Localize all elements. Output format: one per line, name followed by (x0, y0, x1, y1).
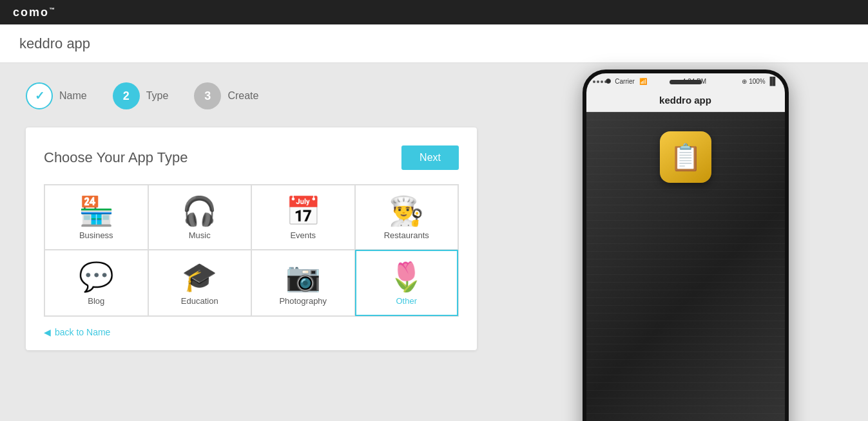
left-panel: ✓ Name 2 Type 3 Create Choose Your App T… (0, 63, 503, 421)
photography-icon: 📷 (285, 263, 321, 291)
step-create-circle: 3 (194, 82, 221, 109)
stepper: ✓ Name 2 Type 3 Create (26, 82, 477, 109)
music-label: Music (189, 230, 211, 240)
music-icon: 🎧 (182, 197, 217, 225)
back-to-name-link[interactable]: ◀ back to Name (44, 327, 459, 337)
step-type-circle: 2 (113, 82, 140, 109)
phone-screen: 📋 lets start building (586, 112, 785, 421)
app-type-events[interactable]: 📅 Events (251, 185, 355, 250)
app-type-card: Choose Your App Type Next 🏪 Business 🎧 M… (26, 127, 477, 350)
phone-carrier: Carrier 📶 (593, 78, 647, 85)
other-icon: 🌷 (389, 263, 424, 291)
photography-label: Photography (279, 296, 327, 306)
wifi-icon: 📶 (639, 78, 647, 85)
business-label: Business (79, 230, 113, 240)
education-icon: 🎓 (182, 263, 217, 291)
business-icon: 🏪 (79, 197, 114, 225)
phone-app-name: keddro app (659, 95, 711, 106)
app-type-other[interactable]: 🌷 Other (355, 250, 459, 316)
phone-title-bar: keddro app (586, 89, 785, 112)
app-type-restaurants[interactable]: 👨‍🍳 Restaurants (355, 185, 459, 250)
phone-camera (606, 79, 611, 84)
location-icon: ⊕ (742, 78, 747, 85)
events-label: Events (290, 230, 316, 240)
blog-label: Blog (88, 296, 104, 306)
step-type[interactable]: 2 Type (113, 82, 169, 109)
app-type-business[interactable]: 🏪 Business (44, 185, 148, 250)
phone-wood-background: 📋 (586, 112, 785, 421)
events-icon: 📅 (285, 197, 321, 225)
phone-battery: ⊕ 100% ▐▌ (742, 77, 778, 86)
app-type-grid: 🏪 Business 🎧 Music 📅 Events 👨‍🍳 Restaura… (44, 184, 459, 317)
restaurants-icon: 👨‍🍳 (389, 197, 424, 225)
education-label: Education (181, 296, 218, 306)
app-type-music[interactable]: 🎧 Music (148, 185, 252, 250)
restaurants-label: Restaurants (384, 230, 429, 240)
back-arrow-icon: ◀ (44, 327, 51, 337)
app-type-education[interactable]: 🎓 Education (148, 250, 252, 316)
top-navigation-bar: como™ (0, 0, 868, 24)
right-panel: Carrier 📶 4:34 PM ⊕ 100% ▐▌ keddro app 📋 (503, 63, 868, 421)
app-icon-emoji: 📋 (670, 142, 702, 173)
logo-trademark: ™ (49, 6, 56, 13)
app-title: keddro app (19, 35, 90, 52)
main-content: ✓ Name 2 Type 3 Create Choose Your App T… (0, 63, 868, 421)
app-type-photography[interactable]: 📷 Photography (251, 250, 355, 316)
step-name-label: Name (59, 90, 87, 102)
subheader: keddro app (0, 24, 868, 63)
card-title: Choose Your App Type (44, 149, 188, 166)
step-name-circle: ✓ (26, 82, 53, 109)
carrier-text: Carrier (615, 78, 635, 85)
step-type-label: Type (146, 90, 169, 102)
phone-mockup: Carrier 📶 4:34 PM ⊕ 100% ▐▌ keddro app 📋 (583, 70, 789, 421)
step-name[interactable]: ✓ Name (26, 82, 87, 109)
other-label: Other (396, 296, 417, 306)
battery-icon: ▐▌ (767, 77, 778, 86)
step-create-label: Create (227, 90, 258, 102)
logo-text: como (13, 6, 49, 19)
blog-icon: 💬 (79, 263, 114, 291)
step-create[interactable]: 3 Create (194, 82, 258, 109)
app-type-blog[interactable]: 💬 Blog (44, 250, 148, 316)
company-logo: como™ (13, 6, 56, 19)
phone-app-icon: 📋 (660, 131, 711, 183)
phone-speaker (670, 80, 702, 84)
next-button[interactable]: Next (401, 145, 459, 170)
battery-percent: 100% (749, 78, 766, 85)
back-link-text: back to Name (55, 327, 110, 337)
card-header: Choose Your App Type Next (44, 145, 459, 170)
